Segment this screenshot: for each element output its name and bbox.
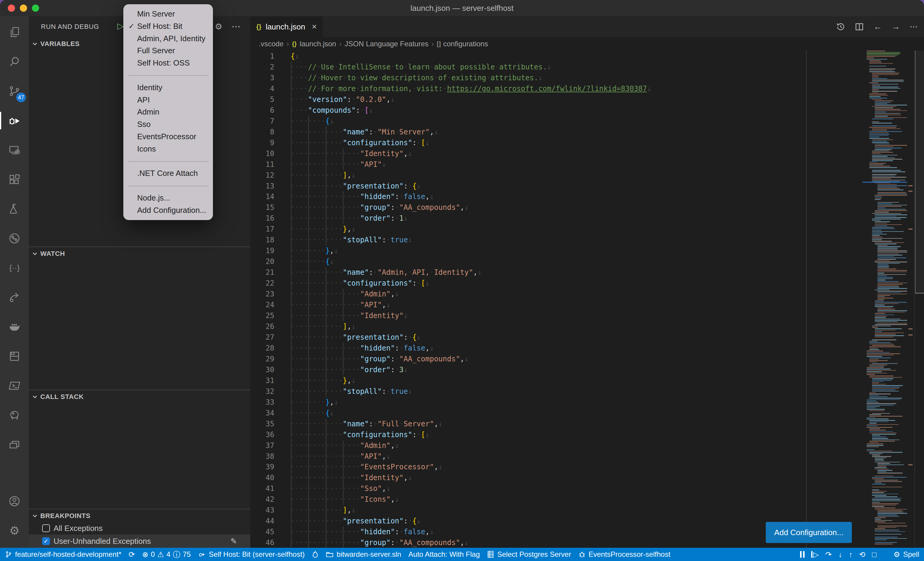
problems-status[interactable]: ⊗ 0 ⚠ 4 ⓘ 75 (142, 550, 191, 559)
minimap-line (869, 342, 891, 343)
breakpoint-all-exceptions[interactable]: All Exceptions (29, 522, 250, 534)
line-number: 41 (250, 483, 274, 494)
sync-changes-status[interactable]: ⟳ (129, 551, 135, 558)
activity-windows-icon[interactable] (0, 430, 29, 459)
folder-icon (326, 551, 334, 558)
debug-settings-gear-icon[interactable]: ⚙ (215, 16, 222, 37)
menu-item-self-host-oss[interactable]: Self Host: OSS (123, 57, 213, 69)
start-debugging-icon[interactable]: ▷ (117, 21, 124, 31)
spell-checker-status[interactable]: ⚙ Spell (893, 550, 919, 559)
breadcrumb-provider[interactable]: JSON Language Features (345, 40, 429, 48)
auto-attach-status[interactable]: Auto Attach: With Flag (408, 550, 480, 559)
minimap-line (872, 153, 880, 154)
code-editor[interactable]: {↓····//·Use·IntelliSense·to·learn·about… (291, 51, 862, 548)
more-actions-icon[interactable]: ⋯ (910, 22, 918, 31)
menu-item-admin[interactable]: Admin (123, 106, 213, 118)
events-processor-label: EventsProcessor-selfhost (589, 550, 670, 559)
postgres-status[interactable]: Select Postgres Server (487, 550, 571, 559)
minimap-line (872, 456, 891, 457)
menu-item-full-server[interactable]: Full Server (123, 45, 213, 57)
menu-item-add-configuration[interactable]: Add Configuration... (123, 204, 213, 217)
minimap-line (878, 516, 899, 517)
menu-item-identity[interactable]: Identity (123, 81, 213, 94)
views-more-actions-icon[interactable]: ⋯ (232, 16, 241, 37)
menu-item-label: Sso (137, 120, 151, 129)
breadcrumb-symbol[interactable]: configurations (443, 40, 488, 48)
activity-postgresql-icon[interactable] (0, 401, 29, 430)
minimap-line (874, 302, 907, 303)
activity-powershell-icon[interactable] (0, 371, 29, 401)
editor-scrollbar[interactable] (914, 51, 924, 548)
menu-item-net-core-attach[interactable]: .NET Core Attach (123, 167, 213, 180)
split-editor-icon[interactable] (855, 22, 864, 31)
menu-item-min-server[interactable]: Min Server (123, 8, 213, 20)
tab-close-icon[interactable]: × (312, 22, 317, 31)
menu-item-label: Admin, API, Identity (137, 34, 206, 43)
add-configuration-button[interactable]: Add Configuration... (766, 522, 852, 543)
activity-git-graph-icon[interactable] (0, 224, 29, 253)
minimap-line (878, 275, 887, 276)
git-branch-status[interactable]: feature/self-hosted-development* (5, 550, 122, 559)
activity-source-control-icon[interactable]: 47 (0, 76, 29, 106)
activity-testing-icon[interactable] (0, 194, 29, 224)
minimap-line (872, 380, 892, 381)
breadcrumb-file[interactable]: launch.json (300, 40, 336, 48)
step-out-icon[interactable]: ↑ (849, 551, 853, 558)
checkbox-checked[interactable]: ✓ (42, 537, 50, 545)
minimap[interactable] (862, 51, 907, 548)
step-into-icon[interactable]: ↓ (838, 551, 842, 558)
accounts-icon[interactable] (0, 486, 29, 516)
breakpoint-user-unhandled[interactable]: ✓ User-Unhandled Exceptions ✎ (29, 534, 250, 548)
checkbox-unchecked[interactable] (42, 524, 50, 532)
activity-storage-icon[interactable] (0, 341, 29, 371)
menu-item-api[interactable]: API (123, 94, 213, 106)
menu-item-admin-api-identity[interactable]: Admin, API, Identity (123, 33, 213, 45)
minimap-line (874, 195, 907, 196)
section-watch[interactable]: WATCH (29, 247, 250, 260)
breadcrumb-folder[interactable]: .vscode (259, 40, 284, 48)
activity-braces-extension-icon[interactable]: {··} (0, 253, 29, 283)
activity-remote-explorer-icon[interactable] (0, 135, 29, 165)
minimap-line (872, 234, 887, 235)
minimap-line (872, 156, 888, 157)
minimap-line (878, 249, 897, 250)
restart-icon[interactable]: ⟲ (859, 551, 866, 558)
debug-target-status[interactable]: Self Host: Bit (server-selfhost) (198, 550, 305, 559)
end-of-line-marker: ↓ (404, 311, 408, 320)
edit-breakpoint-pencil-icon[interactable]: ✎ (230, 537, 237, 546)
code-line: ········{↓ (291, 256, 334, 267)
activity-run-debug-icon[interactable] (0, 106, 29, 135)
section-call-stack[interactable]: CALL STACK (29, 390, 250, 404)
menu-item-icons[interactable]: Icons (123, 143, 213, 155)
code-line: ············"configurations":·[↓ (291, 278, 429, 289)
activity-extensions-icon[interactable] (0, 165, 29, 194)
events-processor-status[interactable]: EventsProcessor-selfhost (578, 550, 670, 559)
activity-docker-icon[interactable] (0, 312, 29, 341)
stop-icon[interactable]: □ (872, 551, 876, 558)
continue-icon[interactable]: ▷ (811, 551, 819, 558)
timeline-history-icon[interactable] (836, 22, 845, 31)
menu-item-node-js[interactable]: Node.js... (123, 192, 213, 204)
minimap-line (872, 91, 897, 92)
settings-gear-icon[interactable]: ⚙ (0, 516, 29, 545)
minimap-line (869, 94, 887, 94)
minimap-line (867, 350, 883, 352)
navigate-back-icon[interactable]: ← (873, 22, 882, 31)
step-over-icon[interactable]: ↷ (825, 551, 832, 558)
code-line: ············],↓ (291, 505, 356, 516)
activity-share-icon[interactable] (0, 283, 29, 312)
solution-status[interactable]: bitwarden-server.sln (326, 550, 401, 559)
pause-icon[interactable] (800, 551, 805, 558)
section-breakpoints[interactable]: BREAKPOINTS (29, 509, 250, 522)
tab-launch-json[interactable]: {} launch.json × (250, 16, 323, 37)
menu-item-eventsprocessor[interactable]: EventsProcessor (123, 130, 213, 143)
menu-item-sso[interactable]: Sso (123, 118, 213, 130)
activity-explorer-icon[interactable] (0, 18, 29, 47)
flame-status[interactable] (312, 551, 318, 558)
bug-icon (578, 551, 586, 558)
menu-item-self-host-bit[interactable]: ✓Self Host: Bit (123, 20, 213, 33)
scrollbar-thumb[interactable] (915, 51, 924, 293)
navigate-forward-icon[interactable]: → (891, 22, 900, 31)
activity-search-icon[interactable] (0, 47, 29, 76)
minimap-line (867, 355, 894, 356)
